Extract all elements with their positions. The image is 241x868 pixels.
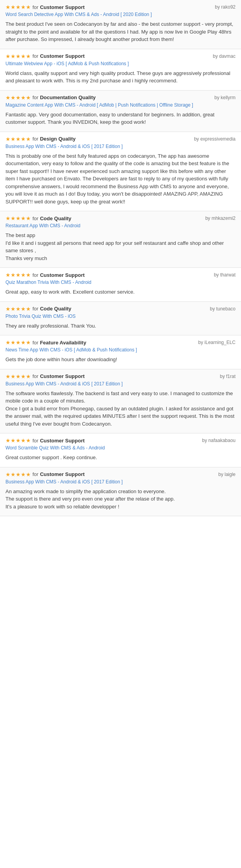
star-rating: ★★★★★: [5, 53, 31, 59]
star-rating: ★★★★★: [5, 94, 31, 101]
review-left: ★★★★★forCode Quality: [5, 306, 71, 312]
review-card-5: ★★★★★forCode Qualityby mhkazemi2Restaura…: [0, 211, 241, 268]
review-body: The best appI'd like it and i suggest al…: [5, 232, 236, 262]
review-header: ★★★★★forCustomer Supportby f1rat: [5, 373, 236, 380]
review-card-4: ★★★★★forDesign Qualityby expressivemedia…: [0, 132, 241, 212]
star-rating: ★★★★★: [5, 272, 31, 278]
review-type: Design Quality: [40, 136, 76, 142]
review-header: ★★★★★forDocumentation Qualityby kellyrm: [5, 94, 236, 101]
review-body: Fantastic app. Very good documentation, …: [5, 111, 236, 126]
review-product-link[interactable]: Business App With CMS - Android & iOS [ …: [5, 144, 236, 149]
review-type: Feature Availability: [40, 340, 86, 346]
review-card-9: ★★★★★forCustomer Supportby f1ratBusiness…: [0, 369, 241, 434]
review-card-1: ★★★★★forCustomer Supportby rako92Word Se…: [0, 0, 241, 49]
for-label: for: [32, 340, 38, 346]
review-author: by nafaakabaou: [202, 438, 236, 443]
review-header: ★★★★★forCustomer Supportby nafaakabaou: [5, 437, 236, 444]
review-type: Customer Support: [40, 471, 85, 477]
review-body: The best product I've seen on Codecanyon…: [5, 20, 236, 43]
review-type: Documentation Quality: [40, 94, 95, 100]
review-left: ★★★★★forCustomer Support: [5, 4, 85, 10]
for-label: for: [32, 272, 38, 278]
review-card-8: ★★★★★forFeature Availabilityby iLearning…: [0, 335, 241, 369]
star-rating: ★★★★★: [5, 373, 31, 380]
review-product-link[interactable]: Quiz Marathon Trivia With CMS - Android: [5, 280, 236, 285]
review-left: ★★★★★forCode Quality: [5, 215, 71, 221]
review-product-link[interactable]: Business App With CMS - Android & iOS [ …: [5, 381, 236, 387]
review-author: by rako92: [215, 4, 236, 10]
review-product-link[interactable]: News Time App With CMS - iOS [ AdMob & P…: [5, 347, 236, 353]
review-body: World class, quality support and very hi…: [5, 70, 236, 85]
star-rating: ★★★★★: [5, 437, 31, 444]
review-header: ★★★★★forFeature Availabilityby iLearning…: [5, 339, 236, 346]
star-rating: ★★★★★: [5, 339, 31, 346]
review-body: Gets the job done within hours after dow…: [5, 356, 236, 364]
for-label: for: [32, 216, 38, 221]
review-author: by laigle: [218, 472, 236, 477]
review-left: ★★★★★forDocumentation Quality: [5, 94, 95, 101]
star-rating: ★★★★★: [5, 215, 31, 221]
for-label: for: [32, 136, 38, 142]
for-label: for: [32, 373, 38, 379]
review-body: An amazing work made to simplify the app…: [5, 488, 236, 511]
review-type: Customer Support: [40, 4, 85, 10]
star-rating: ★★★★★: [5, 471, 31, 478]
review-author: by tharwat: [214, 272, 236, 278]
review-card-3: ★★★★★forDocumentation Qualityby kellyrmM…: [0, 91, 241, 132]
review-card-6: ★★★★★forCustomer Supportby tharwatQuiz M…: [0, 268, 241, 302]
review-header: ★★★★★forCustomer Supportby davmac: [5, 53, 236, 59]
review-author: by iLearning_ELC: [198, 340, 236, 345]
review-body: This is probably one of the best fully f…: [5, 152, 236, 206]
review-author: by kellyrm: [214, 95, 236, 100]
review-card-2: ★★★★★forCustomer Supportby davmacUltimat…: [0, 49, 241, 91]
review-type: Customer Support: [40, 53, 85, 59]
review-type: Customer Support: [40, 373, 85, 379]
star-rating: ★★★★★: [5, 306, 31, 312]
review-author: by expressivemedia: [194, 136, 236, 142]
star-rating: ★★★★★: [5, 136, 31, 142]
review-header: ★★★★★forDesign Qualityby expressivemedia: [5, 136, 236, 142]
for-label: for: [32, 94, 38, 100]
review-card-7: ★★★★★forCode Qualityby tunebacoPhoto Tri…: [0, 302, 241, 336]
review-left: ★★★★★forCustomer Support: [5, 437, 85, 444]
review-product-link[interactable]: Photo Trivia Quiz With CMS - iOS: [5, 314, 236, 319]
review-header: ★★★★★forCustomer Supportby laigle: [5, 471, 236, 478]
for-label: for: [32, 306, 38, 312]
star-rating: ★★★★★: [5, 4, 31, 10]
for-label: for: [32, 4, 38, 10]
review-author: by davmac: [213, 53, 236, 59]
review-left: ★★★★★forCustomer Support: [5, 373, 85, 380]
review-left: ★★★★★forCustomer Support: [5, 272, 85, 278]
review-body: Great customer support . Keep continue.: [5, 454, 236, 462]
review-product-link[interactable]: Word Scramble Quiz With CMS & Ads - Andr…: [5, 445, 236, 451]
review-left: ★★★★★forDesign Quality: [5, 136, 76, 142]
reviews-container: ★★★★★forCustomer Supportby rako92Word Se…: [0, 0, 241, 516]
for-label: for: [32, 53, 38, 59]
review-header: ★★★★★forCustomer Supportby tharwat: [5, 272, 236, 278]
review-left: ★★★★★forFeature Availability: [5, 339, 86, 346]
review-type: Code Quality: [40, 216, 71, 221]
review-header: ★★★★★forCustomer Supportby rako92: [5, 4, 236, 10]
review-type: Code Quality: [40, 306, 71, 312]
review-product-link[interactable]: Word Search Detective App With CMS & Ads…: [5, 12, 236, 17]
review-type: Customer Support: [40, 438, 85, 444]
review-product-link[interactable]: Business App With CMS - Android & iOS [ …: [5, 479, 236, 485]
for-label: for: [32, 438, 38, 444]
review-left: ★★★★★forCustomer Support: [5, 471, 85, 478]
review-product-link[interactable]: Ultimate Webview App - iOS [ AdMob & Pus…: [5, 61, 236, 66]
review-type: Customer Support: [40, 272, 85, 278]
for-label: for: [32, 471, 38, 477]
review-body: They are really professional. Thank You.: [5, 322, 236, 330]
review-header: ★★★★★forCode Qualityby tunebaco: [5, 306, 236, 312]
review-product-link[interactable]: Magazine Content App With CMS - Android …: [5, 102, 236, 108]
review-author: by tunebaco: [210, 306, 236, 312]
review-author: by mhkazemi2: [205, 216, 236, 221]
review-author: by f1rat: [220, 374, 236, 379]
review-body: Great app, easy to work with. Excellent …: [5, 288, 236, 296]
review-body: The software works flawlessly. The backe…: [5, 390, 236, 428]
review-header: ★★★★★forCode Qualityby mhkazemi2: [5, 215, 236, 221]
review-card-10: ★★★★★forCustomer Supportby nafaakabaouWo…: [0, 433, 241, 467]
review-card-11: ★★★★★forCustomer Supportby laigleBusines…: [0, 467, 241, 517]
review-product-link[interactable]: Restaurant App With CMS - Android: [5, 223, 236, 228]
review-left: ★★★★★forCustomer Support: [5, 53, 85, 59]
